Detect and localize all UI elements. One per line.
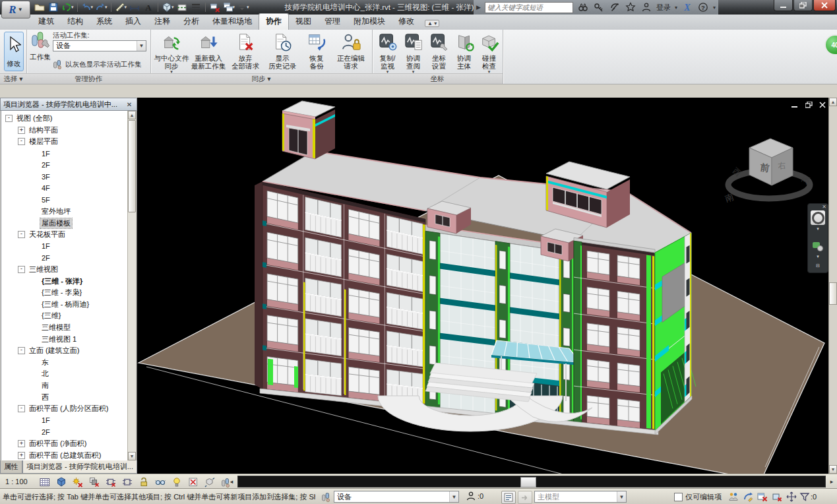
login-button[interactable]: 登录 (656, 3, 671, 13)
editing-requests-button[interactable]: 正在编辑请求 (332, 32, 369, 74)
gray-inactive-worksets-toggle[interactable]: 以灰色显示非活动工作集 (53, 59, 142, 71)
tree-item-label[interactable]: 1F (40, 242, 51, 250)
zoom-caret-icon[interactable]: ▾ (808, 254, 828, 259)
shadows-icon[interactable] (88, 476, 101, 489)
tree-item[interactable]: 西 (1, 391, 128, 403)
tree-item-label[interactable]: 天花板平面 (28, 230, 67, 239)
tree-item-label[interactable]: 三维视图 1 (40, 334, 78, 344)
coordination-host-button[interactable]: 协调主体 (451, 32, 477, 74)
tree-item[interactable]: {三维} (1, 310, 128, 322)
tab-5[interactable]: 注释 (148, 14, 177, 30)
tree-item-label[interactable]: 西 (40, 393, 50, 402)
tree-item[interactable]: 1F (1, 241, 128, 253)
tab-6[interactable]: 分析 (177, 14, 206, 30)
restore-button[interactable] (793, 0, 813, 11)
project-browser-close-icon[interactable]: ✕ (125, 101, 134, 108)
tree-item-label[interactable]: 2F (40, 428, 51, 436)
tree-item[interactable]: 2F (1, 159, 128, 171)
tree-item[interactable]: 三维视图 1 (1, 333, 128, 345)
editable-only-checkbox[interactable]: 仅可编辑项 (674, 489, 722, 504)
qat-open-icon[interactable] (33, 1, 46, 13)
application-menu-button[interactable]: R▼ (1, 1, 30, 18)
tree-item[interactable]: 屋面楼板 (1, 217, 128, 229)
qat-customize-qat-icon[interactable]: ▾ (236, 1, 250, 13)
view-minimize-icon[interactable] (790, 100, 799, 110)
help-icon[interactable]: ? (697, 1, 709, 13)
qat-thin-lines-icon[interactable] (189, 1, 202, 13)
view-restore-icon[interactable] (804, 100, 813, 110)
search-input[interactable] (485, 2, 573, 13)
highlight-displacement-icon[interactable] (203, 476, 216, 489)
relinquish-all-button[interactable]: 放弃全部请求 (227, 32, 264, 74)
tree-item[interactable]: 3F (1, 171, 128, 183)
filter-status[interactable]: :0 (799, 489, 817, 504)
tree-item[interactable]: -天花板平面 (1, 229, 128, 241)
tree-item-label[interactable]: 3F (40, 173, 51, 181)
qat-save-icon[interactable] (47, 1, 60, 13)
tree-item-label[interactable]: 北 (40, 369, 50, 379)
tree-item[interactable]: {三维 - 杨雨迪} (1, 299, 128, 311)
vertical-scrollbar[interactable]: ▲ ▼ (828, 98, 837, 474)
combo-dropdown-icon[interactable]: ▼ (449, 491, 458, 502)
reveal-hidden-elements-icon[interactable] (170, 476, 183, 489)
steering-wheel-icon[interactable] (811, 210, 825, 225)
tab-2[interactable]: 结构 (61, 14, 90, 30)
scroll-down-icon[interactable]: ▼ (128, 452, 136, 460)
tree-expander-icon[interactable]: - (18, 347, 25, 354)
hscroll-right-icon[interactable]: ▸ (827, 476, 836, 487)
scrollbar-thumb[interactable] (520, 477, 536, 488)
tab-9[interactable]: 视图 (289, 14, 318, 30)
coordination-review-button[interactable]: 协调查阅▾ (400, 32, 426, 74)
scale-button[interactable]: 1 : 100 (5, 474, 28, 489)
qat-undo-icon[interactable]: ▾ (80, 1, 94, 13)
temporary-hide-isolate-icon[interactable] (154, 476, 167, 489)
tree-item[interactable]: {三维 - 张洋} (1, 275, 128, 287)
tree-item[interactable]: 室外地坪 (1, 206, 128, 218)
tree-item[interactable]: +面积平面 (净面积) (1, 438, 128, 450)
tree-item[interactable]: 5F (1, 194, 128, 206)
worksharing-display-settings-icon[interactable] (728, 491, 739, 502)
tree-expander-icon[interactable]: + (18, 452, 25, 459)
coordination-settings-button[interactable]: 坐标设置 (426, 32, 452, 74)
view-close-icon[interactable] (818, 100, 827, 110)
copy-monitor-button[interactable]: 复制/监视▾ (375, 32, 400, 74)
editing-requests-deny-icon[interactable] (757, 491, 768, 502)
tree-item-label[interactable]: 楼层平面 (28, 137, 59, 146)
properties-tab[interactable]: 属性 (0, 460, 22, 474)
tree-expander-icon[interactable]: - (18, 405, 25, 412)
login-caret-icon[interactable]: ▾ (675, 5, 677, 11)
tab-11[interactable]: 附加模块 (347, 14, 392, 30)
synchronize-panel-label[interactable]: 同步 ▾ (150, 73, 372, 84)
tree-item-label[interactable]: {三维} (40, 311, 62, 321)
qat-close-inactive-windows-icon[interactable] (208, 1, 222, 13)
visual-style-icon[interactable] (55, 476, 68, 489)
tree-item[interactable]: 1F (1, 148, 128, 160)
tree-item-label[interactable]: 结构平面 (28, 125, 59, 135)
tree-item-label[interactable]: 4F (40, 184, 51, 192)
tree-item-label[interactable]: 2F (40, 161, 51, 169)
favorites-star-icon[interactable] (625, 1, 636, 13)
qat-switch-windows-icon[interactable]: ▾ (222, 1, 236, 13)
tree-item-label[interactable]: {三维 - 杨雨迪} (40, 299, 90, 309)
qat-text-icon[interactable]: A (142, 1, 155, 13)
tree-item-label[interactable]: 立面 (建筑立面) (28, 346, 80, 356)
restore-backup-button[interactable]: 恢复备份 (298, 32, 335, 74)
tree-item-label[interactable]: 面积平面 (总建筑面积) (28, 451, 102, 460)
tree-item-label[interactable]: {三维 - 李枭} (40, 288, 83, 298)
wheel-caret-icon[interactable]: ▾ (808, 226, 828, 232)
sign-in-person-icon[interactable] (640, 1, 652, 13)
communication-center-icon[interactable] (609, 1, 621, 13)
relinquish-elements-icon[interactable] (772, 491, 782, 502)
editing-requests-list-icon[interactable] (501, 491, 516, 504)
crop-view-icon[interactable] (104, 476, 117, 489)
subscription-key-icon[interactable] (593, 1, 605, 13)
tree-item-label[interactable]: {三维 - 张洋} (40, 276, 84, 286)
infocenter-collapse-icon[interactable]: ▶ (476, 4, 481, 11)
combo-dropdown-icon[interactable]: ▼ (137, 41, 146, 51)
tree-expander-icon[interactable]: - (18, 138, 25, 145)
tree-item[interactable]: 东 (1, 356, 128, 368)
tree-item-label[interactable]: 屋面楼板 (40, 218, 72, 228)
help-caret-icon[interactable]: ▾ (713, 5, 716, 11)
project-browser-title-bar[interactable]: 项目浏览器 - 技师学院机电培训中... ✕ (0, 98, 137, 111)
tree-expander-icon[interactable]: + (18, 127, 25, 134)
